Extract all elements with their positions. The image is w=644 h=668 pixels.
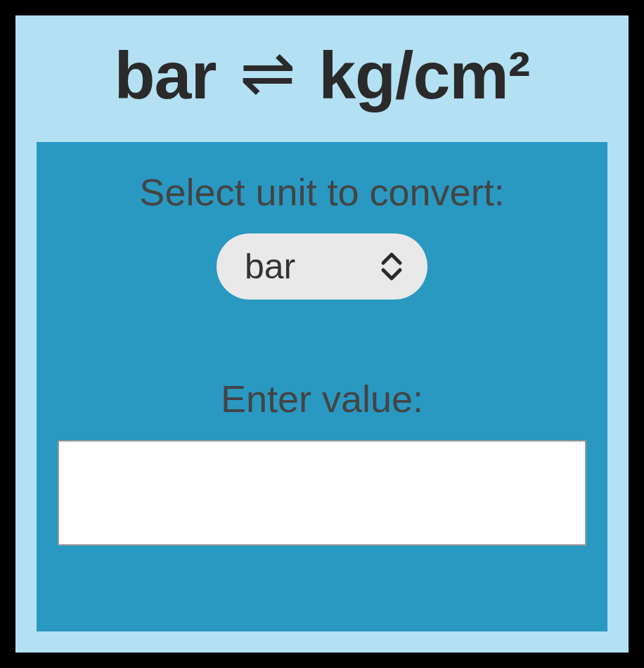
from-unit-label: bar [115,38,217,113]
to-unit-label: kg/cm² [318,38,529,113]
converter-panel: Select unit to convert: bar Enter value: [37,142,607,631]
swap-arrows-icon: ⇌ [240,34,295,111]
unit-select-wrap: bar [217,233,427,300]
converter-title: bar ⇌ kg/cm² [15,15,629,142]
enter-value-label: Enter value: [221,377,423,420]
unit-select[interactable]: bar [217,233,427,300]
value-input[interactable] [58,440,586,546]
value-section: Enter value: [58,377,586,546]
converter-container: bar ⇌ kg/cm² Select unit to convert: bar… [15,15,629,653]
select-unit-label: Select unit to convert: [139,170,504,214]
